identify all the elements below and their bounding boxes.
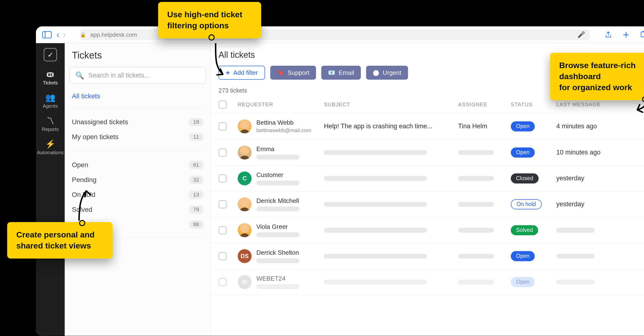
requester-name: Derrick Mitchell	[256, 197, 300, 205]
view-count: 61	[189, 161, 204, 169]
views-group-personal: Unassigned tickets 19 My open tickets 11	[70, 115, 206, 150]
avatar	[238, 197, 252, 211]
ticket-subject: Help! The app is crashing each time...	[324, 123, 458, 130]
callout-text: shared ticket views	[16, 240, 104, 251]
ticket-row[interactable]: EmmaOpen10 minutes ago	[211, 140, 644, 165]
address-bar[interactable]: 🔒 app.helpdesk.com 🎤	[80, 30, 590, 40]
rail-item-agents[interactable]: 👥 Agents	[36, 89, 65, 112]
avatar	[238, 223, 252, 237]
callout-arrow	[72, 187, 100, 223]
chip-label: Email	[338, 69, 354, 77]
last-message: 10 minutes ago	[556, 149, 644, 156]
requester-name: Bettina Webb	[256, 119, 311, 126]
view-label: Pending	[72, 176, 96, 184]
rail-item-reports[interactable]: 〽 Reports	[36, 112, 65, 136]
view-pending[interactable]: Pending 32	[70, 172, 206, 187]
chip-label: Urgent	[382, 69, 401, 77]
ticket-row[interactable]: DSDerrick SheltonOpen	[211, 243, 644, 269]
alert-icon: ⬤	[373, 69, 379, 76]
view-count: 88	[189, 220, 204, 229]
ticket-row[interactable]: CCustomerClosedyesterday	[211, 165, 644, 191]
row-checkbox[interactable]	[218, 200, 227, 208]
placeholder	[256, 155, 300, 159]
view-count: 32	[189, 176, 204, 184]
row-checkbox[interactable]	[218, 252, 227, 260]
view-count: 11	[189, 133, 204, 141]
status-badge: Open	[511, 148, 535, 158]
status-badge: Closed	[511, 173, 538, 183]
placeholder	[324, 228, 427, 233]
mic-icon[interactable]: 🎤	[578, 31, 585, 38]
tabs-icon[interactable]	[640, 31, 644, 39]
filter-chip-support[interactable]: 🔖 Support	[270, 66, 316, 80]
placeholder	[458, 280, 494, 284]
filter-chip-urgent[interactable]: ⬤ Urgent	[366, 66, 408, 80]
callout-text: Browse feature-rich dashboard	[559, 60, 644, 82]
share-icon[interactable]	[604, 31, 612, 39]
view-label: Open	[72, 161, 88, 169]
placeholder	[556, 254, 595, 258]
table-header: REQUESTER SUBJECT ASSIGNEE STATUS LAST M…	[211, 99, 644, 113]
callout-dashboard: Browse feature-rich dashboard for organi…	[550, 53, 644, 100]
placeholder	[458, 202, 494, 207]
rail-item-automations[interactable]: ⚡ Automations	[36, 136, 65, 159]
col-subject[interactable]: SUBJECT	[324, 101, 458, 108]
ticket-row[interactable]: Viola GreerSolved	[211, 217, 644, 243]
callout-filtering: Use high-end ticket filtering options	[158, 2, 261, 38]
requester-name: Derrick Shelton	[256, 249, 300, 256]
views-title: Tickets	[70, 46, 206, 67]
select-all-checkbox[interactable]	[218, 101, 227, 109]
status-badge: Open	[511, 121, 535, 131]
view-count: 79	[189, 206, 204, 214]
app-logo[interactable]: ✓	[44, 48, 57, 61]
view-all-tickets[interactable]: All tickets	[70, 84, 206, 107]
row-checkbox[interactable]	[218, 226, 227, 234]
avatar	[238, 119, 252, 133]
ticket-rows: Bettina Webbbettinawebb@mail.comHelp! Th…	[211, 113, 644, 295]
rail-label: Tickets	[43, 80, 58, 86]
rail-label: Reports	[42, 127, 59, 132]
placeholder	[324, 150, 427, 155]
sidebar-toggle-icon[interactable]	[42, 31, 52, 38]
status-badge: Solved	[511, 225, 538, 235]
filter-chip-email[interactable]: 📧 Email	[321, 66, 361, 80]
ticket-assignee: Tina Helm	[458, 123, 511, 130]
placeholder	[256, 206, 300, 211]
view-label: My open tickets	[72, 133, 118, 141]
new-tab-icon[interactable]	[622, 31, 630, 39]
row-checkbox[interactable]	[218, 278, 227, 286]
view-label: Unassigned tickets	[72, 118, 128, 126]
callout-arrow	[206, 41, 230, 82]
callout-text: filtering options	[167, 20, 252, 31]
agents-icon: 👥	[45, 93, 55, 101]
callout-text: Create personal and	[16, 229, 104, 240]
view-my-open[interactable]: My open tickets 11	[70, 130, 206, 144]
ticket-row[interactable]: WWEBET24Open	[211, 269, 644, 295]
search-input[interactable]	[88, 72, 200, 79]
svg-rect-0	[641, 32, 644, 37]
row-checkbox[interactable]	[218, 148, 227, 157]
lock-icon: 🔒	[80, 32, 86, 38]
nav-forward-button[interactable]: ›	[63, 30, 66, 40]
row-checkbox[interactable]	[218, 174, 227, 182]
rail-item-tickets[interactable]: 🎟 Tickets	[36, 66, 65, 89]
placeholder	[458, 254, 494, 258]
view-unassigned[interactable]: Unassigned tickets 19	[70, 115, 206, 130]
col-assignee[interactable]: ASSIGNEE	[458, 101, 511, 108]
ticket-row[interactable]: Bettina Webbbettinawebb@mail.comHelp! Th…	[211, 113, 644, 140]
placeholder	[324, 280, 427, 284]
avatar: C	[238, 171, 252, 185]
callout-views: Create personal and shared ticket views	[7, 222, 112, 258]
view-open[interactable]: Open 61	[70, 158, 206, 172]
rail-label: Agents	[43, 103, 58, 109]
nav-back-button[interactable]: ‹	[56, 30, 60, 40]
search-box[interactable]: 🔍	[70, 67, 206, 84]
col-lastmsg[interactable]: LAST MESSAGE	[556, 101, 644, 108]
row-checkbox[interactable]	[218, 122, 227, 130]
col-status[interactable]: STATUS	[511, 101, 556, 108]
col-requester[interactable]: REQUESTER	[238, 101, 324, 108]
rail-label: Automations	[37, 150, 64, 155]
ticket-row[interactable]: Derrick MitchellOn holdyesterday	[211, 191, 644, 217]
status-badge: On hold	[511, 199, 542, 209]
status-badge: Open	[511, 251, 535, 261]
